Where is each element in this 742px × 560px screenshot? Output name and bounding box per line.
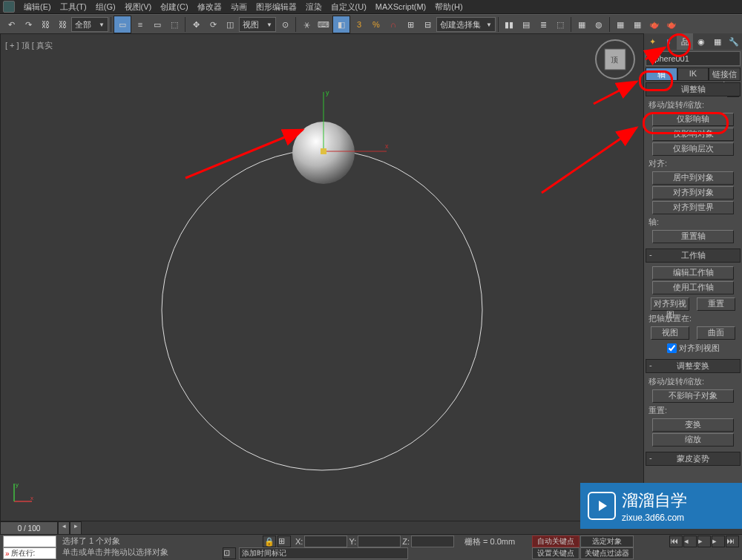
affect-pivot-only-button[interactable]: 仅影响轴 — [652, 113, 734, 126]
create-tab-icon[interactable]: ✦ — [644, 33, 660, 50]
menu-create[interactable]: 创建(C) — [156, 1, 192, 13]
select-by-name-icon[interactable]: ≡ — [132, 16, 148, 33]
viewcube-icon[interactable]: 顶 — [594, 39, 636, 80]
transform-button[interactable]: 变换 — [652, 418, 734, 432]
menu-modifiers[interactable]: 修改器 — [193, 1, 226, 13]
edit-working-pivot-button[interactable]: 编辑工作轴 — [652, 266, 734, 280]
gizmo-origin[interactable] — [321, 148, 326, 154]
adjust-transform-rollout[interactable]: -调整变换 — [646, 359, 741, 373]
align-icon[interactable]: ▤ — [518, 16, 534, 33]
pivot-subtab[interactable]: 轴 — [646, 67, 677, 81]
time-slider-thumb[interactable]: 0 / 100 — [0, 521, 58, 535]
dont-affect-children-button[interactable]: 不影响子对象 — [652, 389, 734, 403]
scale-icon[interactable]: ◫ — [222, 16, 238, 33]
object-name-field[interactable]: Sphere001 — [646, 51, 741, 66]
key-filters-button[interactable]: 关键点过滤器 — [580, 547, 634, 559]
utilities-tab-icon[interactable]: 🔧 — [726, 33, 742, 50]
angle-snap-icon[interactable]: 3 — [351, 16, 367, 33]
next-key-icon[interactable]: ▸ — [712, 536, 725, 547]
curve-editor-icon[interactable]: ⬚ — [552, 16, 568, 33]
align-to-world-button[interactable]: 对齐到世界 — [652, 201, 734, 214]
manipulate-icon[interactable]: ⚹ — [298, 16, 315, 33]
now-row-field[interactable]: »所在行: — [3, 547, 56, 559]
rendered-frame-icon[interactable]: ▦ — [629, 16, 646, 33]
menu-render[interactable]: 渲染 — [301, 1, 326, 13]
display-tab-icon[interactable]: ▦ — [709, 33, 726, 50]
scale-button[interactable]: 缩放 — [652, 433, 734, 447]
menu-views[interactable]: 视图(V) — [120, 1, 157, 13]
next-frame-button[interactable]: ▸ — [70, 521, 82, 535]
auto-key-button[interactable]: 自动关键点 — [532, 536, 580, 547]
edit-selection-icon[interactable]: ⊞ — [402, 16, 418, 33]
material-editor-icon[interactable]: ◍ — [591, 16, 607, 33]
menu-tools[interactable]: 工具(T) — [56, 1, 91, 13]
working-pivot-rollout[interactable]: -工作轴 — [646, 248, 741, 263]
top-viewport[interactable]: [ + ] 顶 [ 真实 x y x — [1, 34, 643, 521]
hierarchy-tab-icon[interactable]: 品 — [677, 33, 693, 50]
motion-tab-icon[interactable]: ◉ — [693, 33, 709, 50]
render-production-icon[interactable]: 🫖 — [646, 16, 663, 33]
use-working-pivot-button[interactable]: 使用工作轴 — [652, 281, 734, 294]
layer-manager-icon[interactable]: ≣ — [535, 16, 551, 33]
window-crossing-icon[interactable]: ⬚ — [166, 16, 183, 33]
menu-group[interactable]: 组(G) — [91, 1, 120, 13]
menu-animation[interactable]: 动画 — [226, 1, 252, 13]
link-icon[interactable]: ⛓ — [37, 16, 53, 33]
selection-lock-icon[interactable]: ⊟ — [419, 16, 436, 33]
x-coord-field[interactable] — [304, 536, 347, 547]
undo-icon[interactable]: ↶ — [3, 16, 19, 33]
set-key-button[interactable]: 设置关键点 — [532, 547, 580, 559]
surface-button[interactable]: 曲面 — [697, 326, 735, 340]
named-selset-combo[interactable]: 创建选择集▼ — [436, 17, 496, 32]
align-to-view-button[interactable]: 对齐到视图 — [651, 297, 689, 311]
menu-help[interactable]: 帮助(H) — [430, 1, 467, 13]
ik-subtab[interactable]: IK — [677, 67, 709, 81]
render-iterative-icon[interactable]: 🫖 — [663, 16, 680, 33]
goto-start-icon[interactable]: ⏮ — [669, 536, 683, 547]
schematic-view-icon[interactable]: ▦ — [574, 16, 590, 33]
mirror-icon[interactable]: ▮▮ — [501, 16, 517, 33]
lock-selection-icon[interactable]: 🔒 — [263, 536, 276, 547]
prev-key-icon[interactable]: ◂ — [683, 536, 697, 547]
y-coord-field[interactable] — [358, 536, 401, 547]
time-tag-field[interactable]: 添加时间标记 — [239, 547, 408, 559]
menu-graph-editors[interactable]: 图形编辑器 — [252, 1, 301, 13]
script-mini-listener[interactable] — [3, 536, 56, 547]
adjust-pivot-rollout[interactable]: -调整轴 — [646, 82, 741, 96]
spinner-snap-icon[interactable]: ∩ — [385, 16, 401, 33]
skin-pose-rollout[interactable]: -蒙皮姿势 — [646, 452, 741, 466]
play-icon[interactable]: ▸ — [697, 536, 711, 547]
center-to-object-button[interactable]: 居中到对象 — [652, 171, 734, 185]
prev-frame-button[interactable]: ◂ — [58, 521, 70, 535]
percent-snap-icon[interactable]: % — [368, 16, 384, 33]
z-coord-field[interactable] — [411, 536, 454, 547]
menu-maxscript[interactable]: MAXScript(M) — [371, 2, 430, 11]
menu-edit[interactable]: 编辑(E) — [19, 1, 56, 13]
menu-customize[interactable]: 自定义(U) — [326, 1, 371, 13]
selection-filter-combo[interactable]: 全部▼ — [71, 17, 108, 32]
align-to-view-checkbox[interactable]: 对齐到视图 — [649, 341, 738, 355]
circle-spline[interactable] — [162, 150, 482, 470]
affect-hierarchy-only-button[interactable]: 仅影响层次 — [652, 142, 734, 156]
time-tag-icon[interactable]: ⊡ — [223, 547, 236, 559]
link-info-subtab[interactable]: 链接信息 — [709, 67, 741, 81]
view-button[interactable]: 视图 — [651, 326, 689, 340]
app-logo-icon[interactable] — [3, 1, 15, 13]
goto-end-icon[interactable]: ⏭ — [726, 536, 739, 547]
select-object-icon[interactable]: ▭ — [114, 16, 131, 33]
snap-toggle-icon[interactable]: ◧ — [332, 16, 350, 33]
refcoord-combo[interactable]: 视图▼ — [239, 17, 276, 32]
abs-rel-icon[interactable]: ⊞ — [278, 536, 291, 547]
reset-pivot-button[interactable]: 重置轴 — [652, 230, 734, 243]
redo-icon[interactable]: ↷ — [20, 16, 36, 33]
keyboard-shortcut-icon[interactable]: ⌨ — [315, 16, 332, 33]
render-setup-icon[interactable]: ▦ — [612, 16, 628, 33]
modify-tab-icon[interactable]: ◗ — [660, 33, 677, 50]
align-to-object-button[interactable]: 对齐到对象 — [652, 186, 734, 200]
reset-button[interactable]: 重置 — [697, 297, 735, 311]
affect-object-only-button[interactable]: 仅影响对象 — [652, 128, 734, 141]
rotate-icon[interactable]: ⟳ — [205, 16, 221, 33]
selected-combo[interactable]: 选定对象 — [580, 536, 634, 547]
rect-region-icon[interactable]: ▭ — [149, 16, 165, 33]
use-center-icon[interactable]: ⊙ — [277, 16, 293, 33]
